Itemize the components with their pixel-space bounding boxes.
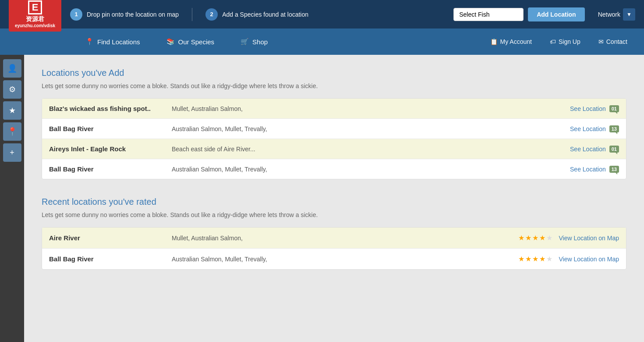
location-name: Blaz's wickaed ass fishing spot.. [49, 105, 172, 112]
top-banner: E 资源君 eyunzhu.com/vdisk 1 Drop pin onto … [0, 0, 644, 28]
table-row: Ball Bag River Australian Salmon, Mullet… [42, 159, 626, 179]
star-5: ★ [546, 255, 552, 263]
comment-badge: 13 [609, 166, 619, 173]
sidebar-location-btn[interactable]: 📍 [3, 122, 21, 141]
locations-table: Blaz's wickaed ass fishing spot.. Mullet… [42, 98, 626, 179]
locations-section-title: Locations you've Add [42, 68, 626, 78]
book-icon: 📚 [166, 38, 175, 46]
signup-icon: 🏷 [550, 38, 556, 45]
step1-num: 1 [70, 8, 82, 21]
sidebar: 👤 ⚙ ★ 📍 + [0, 55, 24, 342]
nav-my-account-label: My Account [500, 38, 532, 45]
location-name: Ball Bag River [49, 125, 172, 132]
location-actions: See Location 13 [570, 166, 619, 173]
star-rating: ★ ★ ★ ★ ★ [518, 234, 552, 242]
add-location-button[interactable]: Add Location [528, 7, 584, 21]
sidebar-favorites-btn[interactable]: ★ [3, 101, 21, 120]
nav-find-locations-label: Find Locations [97, 38, 140, 46]
location-actions: See Location 01 [570, 105, 619, 112]
see-location-link[interactable]: See Location [570, 166, 606, 173]
star-1: ★ [518, 234, 524, 242]
select-fish-container: Select Fish Add Location [453, 7, 584, 21]
comment-badge: 13 [609, 125, 619, 132]
nav-contact-label: Contact [606, 38, 627, 45]
step-1: 1 Drop pin onto the location on map [70, 8, 179, 21]
nav-shop[interactable]: 🛒 Shop [227, 28, 281, 55]
step2-num: 2 [205, 8, 218, 21]
logo: E 资源君 eyunzhu.com/vdisk [9, 0, 61, 32]
step2-label: Add a Species found at location [222, 11, 308, 18]
location-species: Mullet, Australian Salmon, [172, 235, 518, 242]
star-3: ★ [532, 234, 538, 242]
nav-contact[interactable]: ✉ Contact [591, 38, 635, 45]
location-name: Ball Bag River [49, 165, 172, 173]
comment-badge: 01 [609, 105, 619, 112]
table-row: Aire River Mullet, Australian Salmon, ★ … [42, 228, 626, 249]
logo-url: eyunzhu.com/vdisk [15, 23, 55, 28]
nav-sign-up[interactable]: 🏷 Sign Up [542, 38, 588, 45]
view-map-link[interactable]: View Location on Map [559, 256, 619, 263]
network-section: Network ▼ [598, 8, 635, 21]
nav-bar: 📍 Find Locations 📚 Our Species 🛒 Shop 📋 … [0, 28, 644, 55]
nav-sign-up-label: Sign Up [559, 38, 580, 45]
star-3: ★ [532, 255, 538, 263]
shop-icon: 🛒 [241, 38, 249, 46]
location-name: Aire River [49, 234, 172, 242]
see-location-link[interactable]: See Location [570, 125, 606, 132]
locations-section-desc: Lets get some dunny no worries come a bl… [42, 82, 626, 89]
step-divider [192, 8, 192, 21]
logo-chinese: 资源君 [26, 15, 44, 23]
steps-container: 1 Drop pin onto the location on map 2 Ad… [70, 7, 635, 21]
star-rating: ★ ★ ★ ★ ★ [518, 255, 552, 263]
nav-our-species-label: Our Species [178, 38, 215, 46]
comment-badge: 01 [609, 146, 619, 153]
star-2: ★ [525, 234, 531, 242]
recent-section-title: Recent locations you've rated [42, 197, 626, 207]
step1-label: Drop pin onto the location on map [87, 11, 179, 18]
sidebar-user-btn[interactable]: 👤 [3, 59, 21, 78]
table-row: Blaz's wickaed ass fishing spot.. Mullet… [42, 99, 626, 119]
account-icon: 📋 [490, 38, 498, 45]
view-map-link[interactable]: View Location on Map [559, 235, 619, 242]
location-species: Australian Salmon, Mullet, Trevally, [172, 166, 570, 173]
location-species: Mullet, Australian Salmon, [172, 105, 570, 112]
fish-select[interactable]: Select Fish [453, 8, 524, 21]
location-species: Beach east side of Aire River... [172, 146, 570, 153]
location-species: Australian Salmon, Mullet, Trevally, [172, 125, 570, 132]
location-actions: See Location 13 [570, 125, 619, 132]
star-4: ★ [539, 255, 545, 263]
nav-find-locations[interactable]: 📍 Find Locations [72, 28, 153, 55]
nav-shop-label: Shop [252, 38, 268, 46]
main-content: Locations you've Add Lets get some dunny… [24, 55, 644, 342]
contact-icon: ✉ [598, 38, 604, 45]
recent-section-desc: Lets get some dunny no worries come a bl… [42, 211, 626, 218]
network-dropdown[interactable]: ▼ [623, 8, 635, 21]
star-2: ★ [525, 255, 531, 263]
location-name: Aireys Inlet - Eagle Rock [49, 145, 172, 153]
location-species: Australian Salmon, Mullet, Trevally, [172, 256, 518, 263]
see-location-link[interactable]: See Location [570, 146, 606, 153]
star-4: ★ [539, 234, 545, 242]
table-row: Ball Bag River Australian Salmon, Mullet… [42, 119, 626, 139]
nav-my-account[interactable]: 📋 My Account [482, 38, 540, 45]
page-body: 👤 ⚙ ★ 📍 + Locations you've Add Lets get … [0, 55, 644, 342]
network-label: Network [598, 11, 620, 18]
logo-letter: E [28, 0, 42, 14]
nav-left: 📍 Find Locations 📚 Our Species 🛒 Shop [72, 28, 281, 55]
nav-right: 📋 My Account 🏷 Sign Up ✉ Contact [482, 38, 635, 45]
location-actions: See Location 01 [570, 146, 619, 153]
location-name: Ball Bag River [49, 255, 172, 263]
step-2: 2 Add a Species found at location [205, 8, 308, 21]
recent-locations-table: Aire River Mullet, Australian Salmon, ★ … [42, 227, 626, 270]
table-row: Ball Bag River Australian Salmon, Mullet… [42, 249, 626, 269]
table-row: Aireys Inlet - Eagle Rock Beach east sid… [42, 139, 626, 159]
star-1: ★ [518, 255, 524, 263]
sidebar-add-btn[interactable]: + [3, 143, 21, 162]
map-pin-icon: 📍 [85, 38, 94, 46]
sidebar-settings-btn[interactable]: ⚙ [3, 80, 21, 99]
star-5: ★ [546, 234, 552, 242]
nav-our-species[interactable]: 📚 Our Species [153, 28, 228, 55]
see-location-link[interactable]: See Location [570, 105, 606, 112]
